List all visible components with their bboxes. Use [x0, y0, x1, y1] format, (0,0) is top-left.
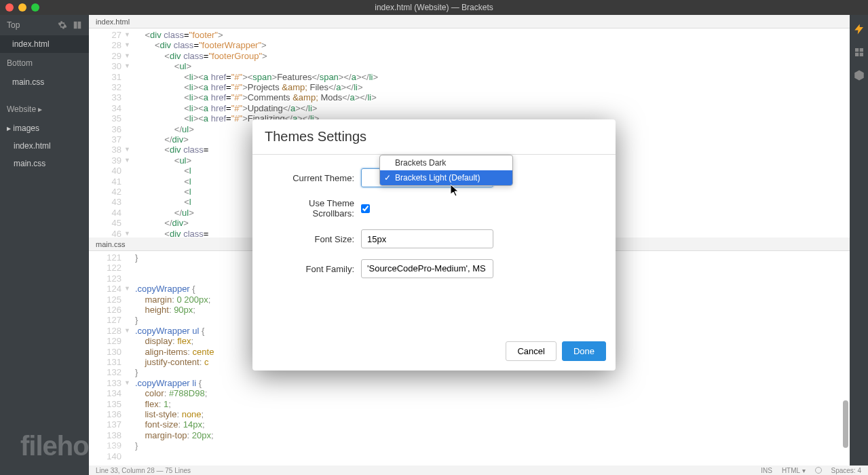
fold-toggle-icon[interactable]: ▼: [124, 378, 132, 388]
use-scrollbars-checkbox[interactable]: [361, 204, 370, 213]
font-family-input[interactable]: [361, 259, 493, 278]
dialog-title: Themes Settings: [252, 119, 616, 155]
gear-icon[interactable]: [58, 20, 67, 30]
line-number: 45: [89, 218, 121, 228]
code-line[interactable]: <div class="footer">: [135, 30, 850, 40]
cancel-button[interactable]: Cancel: [506, 341, 556, 361]
code-line[interactable]: color: #788D98;: [135, 388, 850, 398]
line-number: 27: [89, 30, 121, 40]
sidebar: Top index.html Bottom main.css Website ▸…: [0, 15, 89, 475]
code-line[interactable]: margin-top: 20px;: [135, 430, 850, 440]
extension-manager-icon[interactable]: [853, 46, 865, 58]
code-line[interactable]: <div class="footerGroup">: [135, 51, 850, 61]
line-number: 125: [89, 294, 121, 305]
line-number: 134: [89, 388, 121, 398]
font-size-label: Font Size:: [273, 234, 361, 244]
fold-toggle-icon[interactable]: ▼: [124, 284, 132, 294]
lint-status-icon[interactable]: [815, 467, 822, 474]
line-number: 124: [89, 284, 121, 294]
fold-toggle-icon[interactable]: ▼: [124, 229, 132, 238]
zoom-window-icon[interactable]: [31, 3, 39, 12]
line-number: 39: [89, 155, 121, 166]
line-number: 136: [89, 409, 121, 419]
code-line[interactable]: <li><a href="#">Projects &amp; Files</a>…: [135, 82, 850, 92]
working-file-main-css[interactable]: main.css: [0, 73, 89, 91]
tree-item[interactable]: index.html: [0, 137, 89, 155]
live-preview-icon[interactable]: [853, 23, 865, 35]
line-number: 35: [89, 113, 121, 124]
theme-dropdown: Brackets Dark Brackets Light (Default): [379, 155, 513, 186]
status-bar: Line 33, Column 28 — 75 Lines INS HTML ▾…: [89, 466, 868, 475]
fold-toggle-icon[interactable]: ▼: [124, 51, 132, 61]
line-number: 28: [89, 40, 121, 50]
language-mode[interactable]: HTML ▾: [782, 467, 806, 474]
code-line[interactable]: flex: 1;: [135, 399, 850, 409]
code-line[interactable]: <ul>: [135, 61, 850, 71]
fold-toggle-icon[interactable]: ▼: [124, 30, 132, 40]
cursor-position: Line 33, Column 28 — 75 Lines: [96, 467, 761, 474]
tree-item[interactable]: ▸ images: [0, 119, 89, 137]
line-number: 37: [89, 134, 121, 145]
line-number: 132: [89, 367, 121, 377]
close-window-icon[interactable]: [5, 3, 14, 12]
mouse-cursor-icon: [451, 185, 460, 197]
split-view-icon[interactable]: [73, 20, 82, 30]
code-line[interactable]: font-size: 14px;: [135, 419, 850, 430]
line-number: 130: [89, 347, 121, 357]
line-number: 126: [89, 305, 121, 315]
line-number: 138: [89, 430, 121, 440]
line-number: 30: [89, 61, 121, 71]
line-number: 34: [89, 103, 121, 113]
fold-toggle-icon[interactable]: ▼: [124, 61, 132, 71]
line-number: 131: [89, 357, 121, 367]
line-number: 38: [89, 145, 121, 155]
plugin-icon[interactable]: [853, 69, 865, 81]
window-title: index.html (Website) — Brackets: [375, 3, 493, 12]
code-line[interactable]: <div class="footerWrapper">: [135, 40, 850, 50]
working-file-index-html[interactable]: index.html: [0, 35, 89, 53]
line-number: 32: [89, 82, 121, 92]
project-header[interactable]: Website ▸: [0, 99, 89, 119]
theme-option-light-default[interactable]: Brackets Light (Default): [380, 170, 512, 185]
code-line[interactable]: .copyWrapper li {: [135, 378, 850, 388]
line-number: 128: [89, 326, 121, 336]
code-line[interactable]: <li><a href="#"><span>Features</span></a…: [135, 72, 850, 82]
line-number: 129: [89, 336, 121, 346]
line-number: 36: [89, 124, 121, 134]
minimize-window-icon[interactable]: [18, 3, 26, 12]
line-number: 137: [89, 419, 121, 430]
line-number: 40: [89, 166, 121, 176]
use-scrollbars-label: Use Theme Scrollbars:: [273, 198, 361, 218]
code-line[interactable]: <li><a href="#">Updating</a></li>: [135, 103, 850, 113]
theme-option-dark[interactable]: Brackets Dark: [380, 155, 512, 170]
line-number: 127: [89, 315, 121, 325]
window-titlebar: index.html (Website) — Brackets: [0, 0, 868, 15]
line-number: 33: [89, 92, 121, 102]
line-number: 42: [89, 187, 121, 197]
line-number: 29: [89, 51, 121, 61]
line-number: 31: [89, 72, 121, 82]
file-tree: ▸ imagesindex.htmlmain.css: [0, 119, 89, 172]
line-number: 122: [89, 263, 121, 273]
font-size-input[interactable]: [361, 229, 493, 248]
code-line[interactable]: list-style: none;: [135, 409, 850, 419]
current-theme-label: Current Theme:: [273, 173, 361, 183]
pane1-tab[interactable]: index.html: [89, 15, 850, 28]
line-number: 44: [89, 208, 121, 218]
fold-toggle-icon[interactable]: ▼: [124, 155, 132, 166]
code-line[interactable]: }: [135, 440, 850, 451]
done-button[interactable]: Done: [562, 341, 606, 361]
working-set-top-header[interactable]: Top: [0, 15, 89, 35]
code-line[interactable]: <li><a href="#">Comments &amp; Mods</a><…: [135, 92, 850, 102]
indent-setting[interactable]: Spaces: 4: [831, 467, 861, 474]
fold-toggle-icon[interactable]: ▼: [124, 326, 132, 336]
insert-mode[interactable]: INS: [761, 467, 772, 474]
right-toolbar: [850, 15, 868, 466]
working-set-bottom-header[interactable]: Bottom: [0, 53, 89, 73]
fold-toggle-icon[interactable]: ▼: [124, 40, 132, 50]
fold-toggle-icon[interactable]: ▼: [124, 145, 132, 155]
tree-item[interactable]: main.css: [0, 155, 89, 172]
line-number: 123: [89, 273, 121, 284]
line-number: 140: [89, 451, 121, 461]
line-number: 121: [89, 252, 121, 263]
